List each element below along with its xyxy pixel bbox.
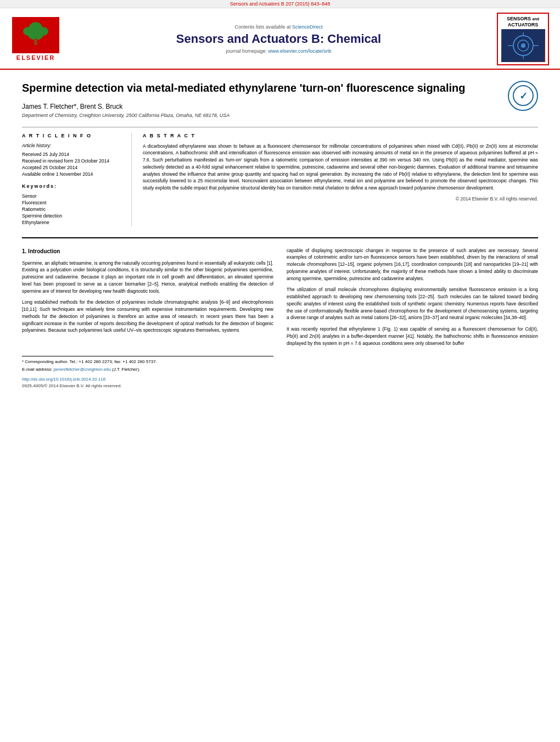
svg-point-9	[521, 43, 525, 48]
keywords-label: Keywords:	[22, 183, 123, 189]
keywords-section: Keywords: Sensor Fluorescent Ratiometric…	[22, 183, 123, 225]
keyword-1: Sensor	[22, 193, 123, 199]
sensors-logo-img	[501, 29, 545, 62]
sciencedirect-link[interactable]: ScienceDirect	[292, 24, 323, 30]
body-right-col: capable of displaying spectroscopic chan…	[287, 247, 538, 390]
journal-homepage: journal homepage: www.elsevier.com/locat…	[71, 48, 486, 54]
right-paragraph-2: The utilization of small molecule chromo…	[287, 286, 538, 321]
svg-rect-5	[34, 38, 37, 45]
contents-label: Contents lists available at	[234, 24, 290, 30]
keyword-3: Ratiometric	[22, 207, 123, 212]
journal-header: ELSEVIER Contents lists available at Sci…	[0, 8, 560, 70]
svg-text:✓: ✓	[519, 91, 527, 102]
crossmark-badge: ✓	[508, 81, 538, 111]
history-accepted: Accepted 25 October 2014	[22, 165, 123, 170]
history-revised: Received in revised form 23 October 2014	[22, 158, 123, 164]
journal-main-title: Sensors and Actuators B: Chemical	[71, 32, 486, 46]
footnote-section: * Corresponding author. Tel.: +1 402 280…	[22, 356, 273, 389]
authors: James T. Fletcher*, Brent S. Bruck	[22, 103, 538, 110]
affiliation: Department of Chemistry, Creighton Unive…	[22, 113, 538, 118]
article-title: Spermine detection via metal-mediated et…	[22, 81, 538, 95]
elsevier-box	[12, 17, 59, 53]
footnote-corresponding: * Corresponding author. Tel.: +1 402 280…	[22, 359, 273, 365]
right-paragraph-3: It was recently reported that ethynylare…	[287, 326, 538, 347]
intro-paragraph-2: Long established methods for the detecti…	[22, 299, 273, 334]
homepage-label: journal homepage:	[226, 48, 267, 54]
footnote-email: E-mail address: jamesfletcher@creighton.…	[22, 366, 273, 372]
elsevier-text: ELSEVIER	[16, 54, 55, 61]
copyright-line: © 2014 Elsevier B.V. All rights reserved…	[143, 196, 538, 202]
intro-paragraph-1: Spermine, an aliphatic tetraamine, is am…	[22, 260, 273, 295]
keyword-4: Spermine detection	[22, 213, 123, 219]
page: Sensors and Actuators B 207 (2015) 843–8…	[0, 0, 560, 742]
article-info: A R T I C L E I N F O Article history: R…	[22, 133, 132, 226]
doi-section: http://dx.doi.org/10.1016/j.snb.2014.10.…	[22, 376, 273, 383]
section-1-heading: 1. Introduction	[22, 247, 273, 255]
sensors-logo-box: SENSORS andACTUATORS	[497, 13, 549, 65]
elsevier-logo: ELSEVIER	[11, 17, 60, 61]
main-content: Spermine detection via metal-mediated et…	[0, 70, 560, 401]
abstract-title: A B S T R A C T	[143, 133, 538, 138]
keyword-5: Ethynylarene	[22, 220, 123, 225]
citation-text: Sensors and Actuators B 207 (2015) 843–8…	[230, 1, 331, 7]
right-paragraph-1: capable of displaying spectroscopic chan…	[287, 247, 538, 282]
homepage-url[interactable]: www.elsevier.com/locate/snb	[268, 48, 332, 54]
keyword-2: Fluorescent	[22, 200, 123, 205]
abstract-text: A dicarboxylated ethynylarene was shown …	[143, 143, 538, 192]
issn-line: 0925-4005/© 2014 Elsevier B.V. All right…	[22, 383, 273, 389]
body-left-col: 1. Introduction Spermine, an aliphatic t…	[22, 247, 273, 390]
journal-title-area: Contents lists available at ScienceDirec…	[60, 24, 497, 54]
contents-line: Contents lists available at ScienceDirec…	[71, 24, 486, 30]
article-info-title: A R T I C L E I N F O	[22, 133, 123, 138]
info-abstract-section: A R T I C L E I N F O Article history: R…	[22, 127, 538, 226]
sensors-logo-top: SENSORS andACTUATORS	[507, 16, 539, 28]
citation-bar: Sensors and Actuators B 207 (2015) 843–8…	[0, 0, 560, 8]
history-online: Available online 1 November 2014	[22, 171, 123, 177]
history-label: Article history:	[22, 143, 123, 148]
abstract-section: A B S T R A C T A dicarboxylated ethynyl…	[143, 133, 538, 226]
history-received: Received 25 July 2014	[22, 152, 123, 157]
body-content: 1. Introduction Spermine, an aliphatic t…	[22, 237, 538, 390]
